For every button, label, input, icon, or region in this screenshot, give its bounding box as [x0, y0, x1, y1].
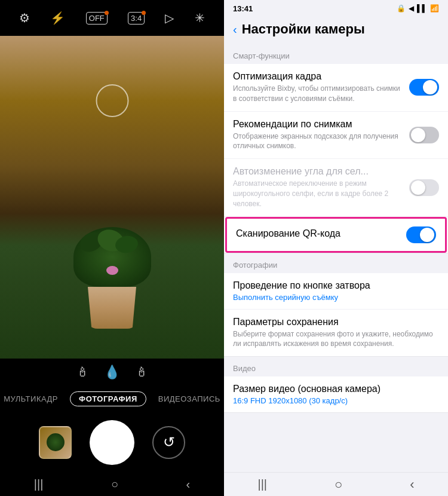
wifi-icon: ▌▌ — [417, 4, 427, 13]
qrcode-title: Сканирование QR-кода — [236, 228, 400, 239]
motion-icon[interactable]: ▷ — [165, 11, 174, 25]
timer-icon[interactable]: OFF — [86, 12, 108, 25]
video-size-title: Размер видео (основная камера) — [233, 384, 433, 394]
autoangle-desc: Автоматическое переключение в режим широ… — [233, 179, 403, 209]
settings-item-save[interactable]: Параметры сохранения Выберите формат сох… — [224, 310, 448, 357]
settings-item-save-text: Параметры сохранения Выберите формат сох… — [233, 317, 439, 350]
settings-header: ‹ Настройки камеры — [224, 17, 448, 44]
shutter-title: Проведение по кнопке затвора — [233, 280, 433, 291]
recommendations-toggle[interactable] — [409, 127, 439, 143]
control-icon-2[interactable]: 💧 — [104, 365, 120, 380]
flash-icon[interactable]: ⚡ — [50, 11, 65, 25]
camera-modes: МУЛЬТИКАДР ФОТОГРАФИЯ ВИДЕОЗАПИСЬ — [0, 385, 224, 412]
settings-item-optimize-text: Оптимизация кадра Используйте Bixby, что… — [233, 71, 409, 104]
settings-item-shutter-text: Проведение по кнопке затвора Выполнить с… — [233, 280, 439, 302]
settings-item-recommendations-text: Рекомендации по снимкам Отображение экра… — [233, 119, 409, 152]
recommendations-desc: Отображение экранных подсказок для получ… — [233, 131, 403, 152]
settings-status-bar: 13:41 🔒 ◀ ▌▌ 📶 — [224, 0, 448, 17]
camera-actions: ↺ — [0, 412, 224, 472]
autoangle-toggle — [409, 179, 439, 196]
autoangle-title: Автоизменение угла для сел... — [233, 166, 403, 177]
flip-camera-button[interactable]: ↺ — [152, 426, 185, 459]
extra-icon[interactable]: ✳ — [195, 11, 205, 25]
settings-icon[interactable]: ⚙ — [19, 11, 30, 25]
section-header-photos: Фотографии — [224, 253, 448, 273]
settings-menu-icon[interactable]: ||| — [257, 477, 267, 491]
mode-photo[interactable]: ФОТОГРАФИЯ — [70, 391, 146, 406]
ratio-icon[interactable]: 3:4 — [128, 12, 145, 25]
control-icon-3[interactable]: 🕯 — [135, 365, 148, 380]
settings-item-qrcode-text: Сканирование QR-кода — [236, 228, 406, 241]
qrcode-toggle[interactable] — [406, 226, 436, 243]
camera-back-icon[interactable]: ‹ — [186, 477, 191, 491]
settings-item-qrcode[interactable]: Сканирование QR-кода — [225, 217, 447, 253]
camera-top-bar: ⚙ ⚡ OFF 3:4 ▷ ✳ — [0, 0, 224, 36]
status-icons: 🔒 ◀ ▌▌ 📶 — [397, 4, 439, 13]
control-icon-1[interactable]: 🕯 — [76, 365, 89, 380]
gallery-thumbnail[interactable] — [39, 426, 72, 459]
plant-foliage — [73, 227, 151, 287]
settings-item-video-size-text: Размер видео (основная камера) 16:9 FHD … — [233, 384, 439, 405]
video-size-link[interactable]: 16:9 FHD 1920x1080 (30 кадр/с) — [233, 396, 433, 405]
smart-settings-card: Оптимизация кадра Используйте Bixby, что… — [224, 64, 448, 253]
camera-controls-bottom: 🕯 💧 🕯 — [0, 359, 224, 385]
plant-container — [73, 227, 151, 329]
plant-pot — [85, 287, 139, 329]
save-desc: Выберите формат сохранения фото и укажит… — [233, 329, 433, 350]
lock-icon: 🔒 — [397, 4, 406, 13]
camera-nav-bar: ||| ○ ‹ — [0, 472, 224, 496]
back-button[interactable]: ‹ — [233, 23, 237, 36]
settings-nav-bar: ||| ○ ‹ — [224, 472, 448, 496]
status-time: 13:41 — [233, 4, 253, 13]
photos-settings-card: Проведение по кнопке затвора Выполнить с… — [224, 273, 448, 357]
shutter-button[interactable] — [90, 420, 134, 465]
focus-ring — [96, 84, 128, 117]
settings-item-optimize[interactable]: Оптимизация кадра Используйте Bixby, что… — [224, 64, 448, 112]
settings-item-video-size[interactable]: Размер видео (основная камера) 16:9 FHD … — [224, 376, 448, 412]
battery-icon: 📶 — [430, 4, 439, 13]
signal-icon: ◀ — [409, 4, 414, 13]
recommendations-title: Рекомендации по снимкам — [233, 119, 403, 130]
optimize-title: Оптимизация кадра — [233, 71, 403, 82]
optimize-toggle[interactable] — [409, 79, 439, 96]
section-header-video: Видео — [224, 357, 448, 376]
camera-viewfinder — [0, 36, 224, 359]
settings-back-icon[interactable]: ‹ — [410, 477, 414, 492]
camera-panel: ⚙ ⚡ OFF 3:4 ▷ ✳ 🕯 💧 🕯 МУЛЬТИКАДР ФОТ — [0, 0, 224, 496]
settings-item-autoangle: Автоизменение угла для сел... Автоматиче… — [224, 159, 448, 216]
mode-multicapture[interactable]: МУЛЬТИКАДР — [4, 394, 58, 403]
save-title: Параметры сохранения — [233, 317, 433, 327]
mode-video[interactable]: ВИДЕОЗАПИСЬ — [158, 394, 220, 403]
settings-scroll[interactable]: Смарт-функции Оптимизация кадра Использу… — [224, 44, 448, 472]
camera-menu-icon[interactable]: ||| — [34, 477, 44, 491]
settings-panel: 13:41 🔒 ◀ ▌▌ 📶 ‹ Настройки камеры Смарт-… — [224, 0, 448, 496]
settings-title: Настройки камеры — [242, 22, 365, 37]
settings-home-icon[interactable]: ○ — [335, 477, 342, 492]
settings-item-recommendations[interactable]: Рекомендации по снимкам Отображение экра… — [224, 112, 448, 160]
optimize-desc: Используйте Bixby, чтобы оптимизировать … — [233, 84, 403, 104]
settings-item-shutter[interactable]: Проведение по кнопке затвора Выполнить с… — [224, 273, 448, 310]
section-header-smart: Смарт-функции — [224, 44, 448, 64]
shutter-link[interactable]: Выполнить серийную съёмку — [233, 293, 433, 302]
camera-home-icon[interactable]: ○ — [111, 477, 118, 491]
settings-item-autoangle-text: Автоизменение угла для сел... Автоматиче… — [233, 166, 409, 209]
video-settings-card: Размер видео (основная камера) 16:9 FHD … — [224, 376, 448, 413]
